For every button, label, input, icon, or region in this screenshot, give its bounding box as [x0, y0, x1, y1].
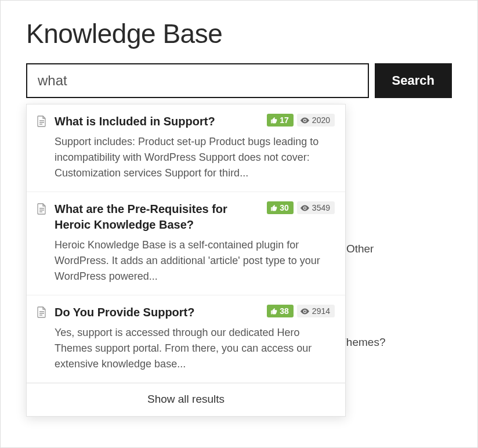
- eye-icon: [300, 117, 309, 124]
- search-input[interactable]: [26, 63, 369, 98]
- search-result-item[interactable]: What are the Pre-Requisites for Heroic K…: [27, 192, 345, 295]
- views-badge: 2914: [297, 305, 335, 317]
- likes-badge: 30: [267, 201, 294, 214]
- document-icon: [37, 203, 46, 215]
- search-row: Search What is Included in Support? 17: [26, 63, 452, 98]
- show-all-results-link[interactable]: Show all results: [27, 383, 345, 416]
- likes-badge: 38: [267, 305, 294, 317]
- result-title: What is Included in Support?: [55, 114, 215, 129]
- result-meta: 17 2020: [267, 114, 335, 127]
- result-excerpt: Support includes: Product set-up Product…: [55, 134, 335, 181]
- search-result-item[interactable]: Do You Provide Support? 38 2914: [27, 295, 345, 383]
- result-excerpt: Heroic Knowledge Base is a self-containe…: [55, 237, 335, 284]
- search-result-item[interactable]: What is Included in Support? 17 2020: [27, 104, 345, 192]
- result-excerpt: Yes, support is accessed through our ded…: [55, 325, 335, 372]
- eye-icon: [300, 205, 309, 211]
- views-count: 3549: [312, 203, 330, 212]
- page-title: Knowledge Base: [26, 18, 452, 49]
- likes-count: 30: [280, 203, 289, 212]
- thumbs-up-icon: [270, 204, 278, 212]
- search-button[interactable]: Search: [375, 63, 452, 98]
- document-icon: [37, 115, 46, 127]
- views-count: 2914: [312, 306, 330, 316]
- result-title: What are the Pre-Requisites for Heroic K…: [55, 201, 260, 233]
- views-badge: 3549: [297, 201, 335, 214]
- views-badge: 2020: [297, 114, 335, 127]
- result-meta: 38 2914: [267, 305, 335, 317]
- eye-icon: [300, 308, 309, 315]
- views-count: 2020: [312, 115, 330, 125]
- likes-count: 17: [280, 115, 289, 125]
- result-title: Do You Provide Support?: [55, 305, 194, 320]
- likes-badge: 17: [267, 114, 294, 127]
- document-icon: [37, 306, 46, 318]
- likes-count: 38: [280, 306, 289, 316]
- search-dropdown: What is Included in Support? 17 2020: [26, 104, 346, 417]
- thumbs-up-icon: [270, 117, 278, 124]
- result-meta: 30 3549: [267, 201, 335, 214]
- thumbs-up-icon: [270, 308, 278, 315]
